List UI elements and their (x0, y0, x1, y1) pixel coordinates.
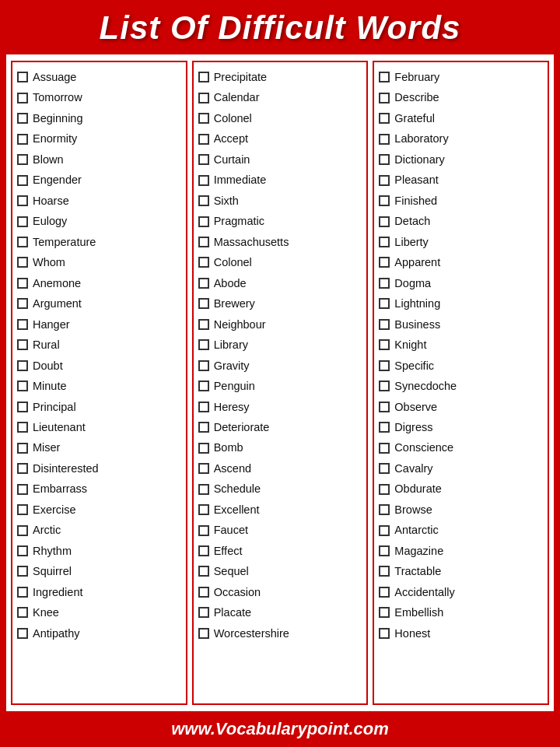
list-item[interactable]: Exercise (16, 500, 183, 520)
checkbox-icon[interactable] (17, 319, 28, 330)
checkbox-icon[interactable] (379, 504, 390, 515)
checkbox-icon[interactable] (379, 422, 390, 433)
checkbox-icon[interactable] (198, 278, 209, 289)
checkbox-icon[interactable] (198, 525, 209, 536)
checkbox-icon[interactable] (17, 545, 28, 556)
list-item[interactable]: Dictionary (377, 149, 544, 170)
checkbox-icon[interactable] (198, 195, 209, 206)
list-item[interactable]: Knee (16, 602, 183, 622)
list-item[interactable]: Gravity (197, 356, 364, 376)
checkbox-icon[interactable] (17, 154, 28, 165)
list-item[interactable]: Penguin (197, 376, 364, 396)
checkbox-icon[interactable] (198, 93, 209, 103)
checkbox-icon[interactable] (17, 463, 28, 474)
checkbox-icon[interactable] (379, 278, 390, 289)
list-item[interactable]: Neighbour (197, 314, 364, 335)
checkbox-icon[interactable] (198, 443, 209, 454)
list-item[interactable]: Accidentally (377, 582, 544, 602)
checkbox-icon[interactable] (198, 72, 209, 82)
list-item[interactable]: Finished (377, 191, 544, 211)
list-item[interactable]: Rural (16, 335, 183, 355)
list-item[interactable]: Faucet (197, 520, 364, 540)
list-item[interactable]: Pragmatic (197, 211, 364, 231)
list-item[interactable]: Embellish (377, 602, 544, 622)
list-item[interactable]: Placate (197, 602, 364, 622)
list-item[interactable]: Specific (377, 356, 544, 376)
list-item[interactable]: Immediate (197, 170, 364, 190)
checkbox-icon[interactable] (17, 195, 28, 206)
list-item[interactable]: Obdurate (377, 479, 544, 499)
list-item[interactable]: Laboratory (377, 128, 544, 149)
checkbox-icon[interactable] (379, 257, 390, 268)
checkbox-icon[interactable] (198, 484, 209, 495)
checkbox-icon[interactable] (198, 360, 209, 371)
checkbox-icon[interactable] (379, 72, 390, 82)
checkbox-icon[interactable] (379, 587, 390, 598)
checkbox-icon[interactable] (198, 566, 209, 577)
checkbox-icon[interactable] (379, 484, 390, 495)
list-item[interactable]: Temperature (16, 232, 183, 252)
list-item[interactable]: Ascend (197, 458, 364, 479)
checkbox-icon[interactable] (379, 113, 390, 124)
list-item[interactable]: Detach (377, 211, 544, 231)
list-item[interactable]: Magazine (377, 541, 544, 561)
list-item[interactable]: Massachusetts (197, 232, 364, 252)
checkbox-icon[interactable] (379, 443, 390, 454)
checkbox-icon[interactable] (198, 134, 209, 145)
checkbox-icon[interactable] (379, 566, 390, 577)
checkbox-icon[interactable] (379, 607, 390, 618)
checkbox-icon[interactable] (379, 360, 390, 371)
list-item[interactable]: Pleasant (377, 170, 544, 190)
list-item[interactable]: Calendar (197, 87, 364, 107)
checkbox-icon[interactable] (17, 607, 28, 618)
checkbox-icon[interactable] (198, 339, 209, 350)
checkbox-icon[interactable] (17, 113, 28, 124)
checkbox-icon[interactable] (17, 422, 28, 433)
list-item[interactable]: Accept (197, 128, 364, 149)
list-item[interactable]: Dogma (377, 273, 544, 293)
list-item[interactable]: Ingredient (16, 582, 183, 602)
checkbox-icon[interactable] (379, 402, 390, 412)
checkbox-icon[interactable] (17, 360, 28, 371)
checkbox-icon[interactable] (379, 93, 390, 103)
list-item[interactable]: Schedule (197, 479, 364, 499)
checkbox-icon[interactable] (198, 113, 209, 124)
list-item[interactable]: Hanger (16, 314, 183, 335)
checkbox-icon[interactable] (198, 237, 209, 247)
list-item[interactable]: Blown (16, 149, 183, 170)
checkbox-icon[interactable] (17, 402, 28, 412)
list-item[interactable]: Deteriorate (197, 417, 364, 437)
list-item[interactable]: Tomorrow (16, 87, 183, 107)
list-item[interactable]: Browse (377, 500, 544, 520)
checkbox-icon[interactable] (198, 545, 209, 556)
checkbox-icon[interactable] (198, 319, 209, 330)
list-item[interactable]: Conscience (377, 437, 544, 458)
list-item[interactable]: Lieutenant (16, 417, 183, 437)
list-item[interactable]: Apparent (377, 252, 544, 272)
checkbox-icon[interactable] (198, 422, 209, 433)
checkbox-icon[interactable] (379, 134, 390, 145)
list-item[interactable]: Liberty (377, 232, 544, 252)
checkbox-icon[interactable] (17, 525, 28, 536)
list-item[interactable]: Bomb (197, 437, 364, 458)
list-item[interactable]: Eulogy (16, 211, 183, 231)
checkbox-icon[interactable] (198, 298, 209, 309)
checkbox-icon[interactable] (198, 381, 209, 391)
checkbox-icon[interactable] (17, 278, 28, 289)
checkbox-icon[interactable] (379, 298, 390, 309)
list-item[interactable]: Whom (16, 252, 183, 272)
checkbox-icon[interactable] (17, 72, 28, 82)
checkbox-icon[interactable] (17, 298, 28, 309)
checkbox-icon[interactable] (198, 216, 209, 227)
checkbox-icon[interactable] (198, 607, 209, 618)
list-item[interactable]: Library (197, 335, 364, 355)
list-item[interactable]: Worcestershire (197, 623, 364, 644)
list-item[interactable]: Doubt (16, 356, 183, 376)
list-item[interactable]: Cavalry (377, 458, 544, 479)
checkbox-icon[interactable] (198, 257, 209, 268)
list-item[interactable]: Effect (197, 541, 364, 561)
checkbox-icon[interactable] (17, 443, 28, 454)
list-item[interactable]: Business (377, 314, 544, 335)
list-item[interactable]: February (377, 67, 544, 87)
list-item[interactable]: Embarrass (16, 479, 183, 499)
